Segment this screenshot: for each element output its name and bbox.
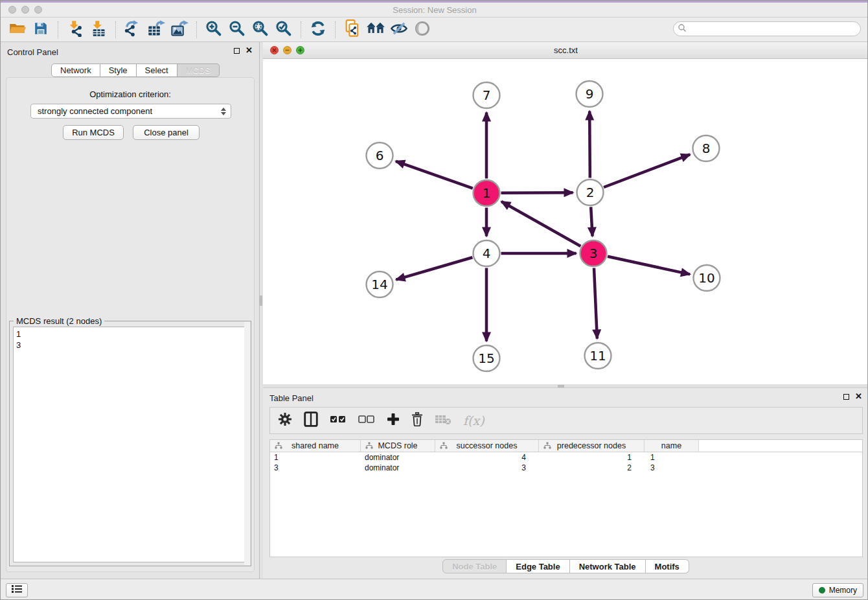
table-cell[interactable]: dominator xyxy=(361,452,435,463)
close-table-panel-icon[interactable]: ✕ xyxy=(855,393,862,400)
graph-node-label-2: 2 xyxy=(586,185,595,200)
table-cell[interactable]: 3 xyxy=(270,463,361,473)
optimization-criterion-select[interactable]: strongly connected component xyxy=(30,104,231,119)
column-label: name xyxy=(661,441,681,450)
graph-edge-1-2[interactable] xyxy=(501,192,573,193)
tab-edge-table[interactable]: Edge Table xyxy=(507,559,569,573)
column-header-mcds-role[interactable]: MCDS role xyxy=(361,440,435,452)
table-cell[interactable]: 1 xyxy=(645,452,699,463)
graph-edge-2-9[interactable] xyxy=(589,111,590,178)
graph-arrowhead-3-11 xyxy=(592,329,601,340)
show-columns-button[interactable] xyxy=(304,411,318,430)
graph-arrowhead-2-8 xyxy=(680,154,691,162)
mcds-result-text[interactable]: 1 3 xyxy=(13,327,247,562)
table-header-row: shared name MCDS role successor nodes pr… xyxy=(270,440,862,452)
memory-status-icon xyxy=(819,587,825,594)
float-table-panel-icon[interactable] xyxy=(843,394,849,400)
zoom-fit-icon xyxy=(252,20,269,40)
open-session-button[interactable] xyxy=(6,19,29,40)
table-cell[interactable]: 2 xyxy=(539,463,645,473)
tab-motifs[interactable]: Motifs xyxy=(646,559,689,573)
column-header-name[interactable]: name xyxy=(645,440,699,452)
table-cell[interactable]: 3 xyxy=(645,463,699,473)
duplicate-network-button[interactable] xyxy=(341,19,364,40)
table-cell[interactable]: 1 xyxy=(270,452,361,463)
network-view-window: scc.txt 7968124314101511 xyxy=(263,42,868,384)
table-cell[interactable]: 3 xyxy=(435,463,539,473)
network-window-title: scc.txt xyxy=(263,45,868,55)
toolbar-separator xyxy=(335,21,336,38)
hide-graphics-button[interactable] xyxy=(387,19,411,40)
graph-edge-3-10[interactable] xyxy=(608,257,690,275)
graph-edge-3-1[interactable] xyxy=(501,202,580,246)
main-toolbar xyxy=(1,17,868,42)
search-input[interactable] xyxy=(687,23,860,35)
table-settings-button[interactable] xyxy=(278,412,292,429)
network-canvas[interactable]: 7968124314101511 xyxy=(263,59,868,384)
float-panel-icon[interactable] xyxy=(234,48,240,54)
duplicate-document-icon xyxy=(344,19,361,40)
graph-edge-4-14[interactable] xyxy=(396,257,472,279)
select-all-button[interactable] xyxy=(330,415,347,426)
table-row[interactable]: 1dominator411 xyxy=(270,452,862,463)
tab-network-table[interactable]: Network Table xyxy=(570,559,646,573)
tab-style[interactable]: Style xyxy=(100,63,137,77)
import-table-button[interactable] xyxy=(87,19,110,40)
export-image-icon xyxy=(170,20,188,40)
tab-node-table[interactable]: Node Table xyxy=(442,559,507,573)
eye-slash-icon xyxy=(390,21,408,39)
task-history-button[interactable] xyxy=(6,583,28,597)
node-table: shared name MCDS role successor nodes pr… xyxy=(269,439,863,557)
tab-mcds[interactable]: MCDS xyxy=(177,63,220,77)
zoom-selected-button[interactable] xyxy=(272,19,295,40)
optimization-criterion-label: Optimization criterion: xyxy=(6,89,254,99)
memory-button[interactable]: Memory xyxy=(812,583,863,597)
run-mcds-button[interactable]: Run MCDS xyxy=(63,125,124,140)
graph-edge-2-8[interactable] xyxy=(604,154,690,187)
tree-icon xyxy=(440,442,448,452)
result-scrollbar[interactable] xyxy=(244,322,250,565)
table-cell[interactable]: 4 xyxy=(435,452,539,463)
close-panel-button[interactable]: Close panel xyxy=(133,125,200,140)
tree-icon xyxy=(365,442,373,452)
column-header-successor-nodes[interactable]: successor nodes xyxy=(435,440,539,452)
tab-network[interactable]: Network xyxy=(51,63,100,77)
import-network-button[interactable] xyxy=(63,19,87,40)
graph-node-label-15: 15 xyxy=(478,351,494,366)
show-graphics-button[interactable] xyxy=(411,19,434,40)
network-graph[interactable]: 7968124314101511 xyxy=(263,59,868,384)
add-column-button[interactable] xyxy=(387,413,400,428)
deselect-all-button[interactable] xyxy=(358,415,375,426)
table-row[interactable]: 3dominator323 xyxy=(270,463,862,473)
delete-column-button[interactable] xyxy=(411,412,423,429)
graph-edge-3-11[interactable] xyxy=(594,268,597,338)
tab-select[interactable]: Select xyxy=(137,63,177,77)
toolbar-separator xyxy=(196,21,197,38)
export-network-button[interactable] xyxy=(121,19,144,40)
graph-arrowhead-4-14 xyxy=(395,273,406,281)
vertical-splitter-handle[interactable] xyxy=(260,295,262,306)
export-image-button[interactable] xyxy=(168,19,191,40)
save-session-button[interactable] xyxy=(29,19,52,40)
zoom-fit-button[interactable] xyxy=(249,19,272,40)
graph-node-label-8: 8 xyxy=(702,141,711,156)
column-header-predecessor-nodes[interactable]: predecessor nodes xyxy=(539,440,645,452)
control-panel-tabs: Network Style Select MCDS xyxy=(51,63,220,77)
table-cell[interactable]: dominator xyxy=(361,463,435,473)
session-title: Session: New Session xyxy=(1,5,868,15)
zoom-in-button[interactable] xyxy=(202,19,225,40)
table-body: 1dominator4113dominator323 xyxy=(270,452,862,473)
function-builder-button-disabled: f(x) xyxy=(463,413,485,428)
graph-edge-1-6[interactable] xyxy=(396,161,473,189)
zoom-out-button[interactable] xyxy=(225,19,249,40)
column-header-shared-name[interactable]: shared name xyxy=(270,440,361,452)
close-panel-icon[interactable]: ✕ xyxy=(246,47,253,54)
apply-layout-button[interactable] xyxy=(306,19,330,40)
import-table-icon xyxy=(90,20,107,40)
houses-button[interactable] xyxy=(364,19,387,40)
export-table-button[interactable] xyxy=(144,19,168,40)
graph-node-label-3: 3 xyxy=(589,246,598,261)
table-cell[interactable]: 1 xyxy=(539,452,645,463)
open-folder-icon xyxy=(9,21,26,38)
graph-node-label-6: 6 xyxy=(376,148,384,163)
